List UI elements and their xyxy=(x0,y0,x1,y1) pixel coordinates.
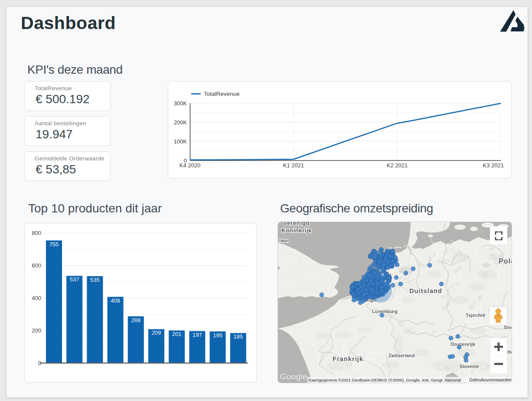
svg-text:288: 288 xyxy=(131,317,140,323)
svg-text:Google: Google xyxy=(280,372,308,381)
svg-text:f Man: f Man xyxy=(278,238,289,243)
svg-text:100K: 100K xyxy=(174,138,187,145)
svg-text:535: 535 xyxy=(90,277,100,283)
svg-text:K3 2021: K3 2021 xyxy=(483,162,504,169)
svg-text:Slovenië: Slovenië xyxy=(460,364,479,369)
svg-text:755: 755 xyxy=(49,241,59,248)
svg-text:209: 209 xyxy=(152,329,161,336)
svg-text:Gebruiksvoorwaarden: Gebruiksvoorwaarden xyxy=(469,378,512,382)
svg-text:201: 201 xyxy=(172,331,182,337)
svg-text:Duitsland: Duitsland xyxy=(409,287,442,294)
svg-text:600: 600 xyxy=(32,262,41,269)
svg-text:197: 197 xyxy=(193,332,202,338)
svg-text:Kaartgegevens ©2021 GeoBasis-D: Kaartgegevens ©2021 GeoBasis-DE/BKG (©20… xyxy=(309,378,461,382)
svg-text:Luxemburg: Luxemburg xyxy=(372,309,398,314)
svg-text:200K: 200K xyxy=(174,119,187,126)
svg-text:K2 2021: K2 2021 xyxy=(387,162,408,169)
svg-text:Zwitserland: Zwitserland xyxy=(388,353,415,358)
svg-text:400: 400 xyxy=(32,295,41,301)
svg-text:Ho: Ho xyxy=(507,349,512,355)
svg-text:K4 2020: K4 2020 xyxy=(180,162,200,169)
svg-text:Koninkrijk: Koninkrijk xyxy=(281,227,312,234)
svg-text:408: 408 xyxy=(111,297,120,304)
svg-text:537: 537 xyxy=(70,276,79,283)
svg-text:195: 195 xyxy=(213,332,222,339)
svg-text:Oostenrijk: Oostenrijk xyxy=(450,342,476,347)
svg-text:Pole: Pole xyxy=(499,258,512,265)
svg-text:Slo: Slo xyxy=(504,325,512,330)
svg-text:TotalRevenue: TotalRevenue xyxy=(204,91,240,97)
svg-text:200: 200 xyxy=(32,327,41,334)
svg-text:185: 185 xyxy=(233,333,243,340)
svg-text:Verenigd: Verenigd xyxy=(283,222,310,226)
svg-text:Tsjechië: Tsjechië xyxy=(466,313,486,318)
svg-text:300K: 300K xyxy=(174,100,187,107)
svg-text:800: 800 xyxy=(32,230,41,236)
svg-text:K1 2021: K1 2021 xyxy=(283,162,304,169)
svg-text:Frankrijk: Frankrijk xyxy=(333,355,363,362)
